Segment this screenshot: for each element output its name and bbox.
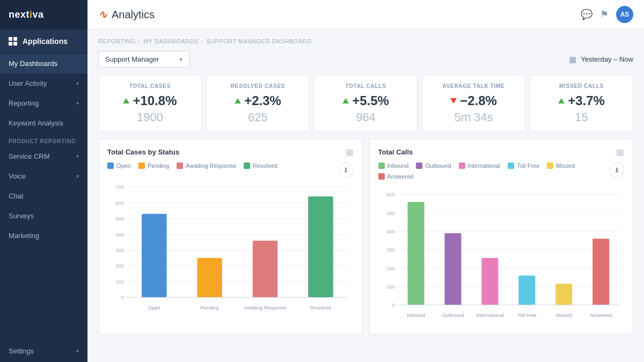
arrow-up-icon bbox=[558, 98, 565, 104]
kpi-change-row: +2.3% bbox=[235, 93, 281, 108]
product-reporting-header: PRODUCT REPORTING bbox=[0, 133, 87, 146]
legend-dot bbox=[244, 162, 250, 169]
sidebar-item-user-activity[interactable]: User Activity ▾ bbox=[0, 73, 87, 93]
kpi-change-row: +3.7% bbox=[558, 93, 605, 108]
kpi-change-row: +10.8% bbox=[123, 93, 177, 108]
arrow-up-icon bbox=[342, 98, 349, 104]
dashboard-dropdown[interactable]: Support Manager ▾ bbox=[98, 51, 189, 68]
svg-text:0: 0 bbox=[392, 302, 394, 308]
svg-text:300: 300 bbox=[386, 247, 395, 253]
grid-icon bbox=[9, 37, 17, 46]
settings-label: Settings bbox=[9, 347, 34, 355]
sidebar-item-surveys[interactable]: Surveys bbox=[0, 206, 87, 226]
svg-text:Toll Free: Toll Free bbox=[517, 313, 536, 318]
sidebar-item-voice[interactable]: Voice ▾ bbox=[0, 166, 87, 186]
avatar[interactable]: AS bbox=[616, 6, 633, 23]
svg-text:Resolved: Resolved bbox=[310, 305, 331, 311]
topbar-right: 💬 ⚑ AS bbox=[581, 6, 633, 23]
svg-text:200: 200 bbox=[115, 263, 124, 269]
calendar-icon: ▦ bbox=[569, 55, 576, 64]
chart-total-cases: Total Cases by Status ▦ OpenPendingAwait… bbox=[98, 139, 363, 335]
legend-dot bbox=[177, 162, 183, 169]
breadcrumb-item-reporting: REPORTING bbox=[98, 38, 136, 45]
settings-button[interactable]: Settings ▾ bbox=[0, 339, 87, 362]
sidebar-item-chat[interactable]: Chat bbox=[0, 186, 87, 206]
kpi-value: 1900 bbox=[137, 110, 163, 124]
download-button-left[interactable]: ⬇ bbox=[339, 162, 354, 178]
topbar: ∿ Analytics 💬 ⚑ AS bbox=[87, 0, 644, 29]
chat-icon[interactable]: 💬 bbox=[581, 9, 592, 20]
chart-title-right: Total Calls bbox=[378, 148, 413, 156]
kpi-title: TOTAL CASES bbox=[129, 83, 171, 89]
svg-text:400: 400 bbox=[115, 232, 124, 238]
svg-rect-18 bbox=[197, 258, 222, 298]
legend-item: Missed bbox=[547, 162, 575, 169]
page-title: Analytics bbox=[112, 9, 155, 21]
toolbar-row: Support Manager ▾ ▦ Yesterday – Now bbox=[98, 51, 633, 68]
applications-button[interactable]: Applications bbox=[0, 29, 87, 54]
svg-text:International: International bbox=[476, 313, 503, 318]
legend-item: Resolved bbox=[244, 162, 277, 169]
kpi-row: TOTAL CASES +10.8% 1900 RESOLVED CASES +… bbox=[98, 75, 633, 131]
chart-legend-right: InboundOutboundInternationalToll FreeMis… bbox=[378, 162, 610, 180]
sidebar: nextiva Applications My Dashboards User … bbox=[0, 0, 87, 362]
kpi-value: 15 bbox=[575, 110, 588, 124]
svg-rect-39 bbox=[407, 202, 424, 305]
chart-title-left: Total Cases by Status bbox=[107, 148, 179, 156]
svg-text:Pending: Pending bbox=[201, 305, 219, 311]
sidebar-item-marketing[interactable]: Marketing bbox=[0, 226, 87, 246]
date-range-selector[interactable]: ▦ Yesterday – Now bbox=[569, 55, 633, 64]
svg-text:Open: Open bbox=[148, 305, 160, 311]
dropdown-label: Support Manager bbox=[105, 55, 159, 63]
legend-dot bbox=[107, 162, 114, 169]
svg-text:600: 600 bbox=[386, 192, 395, 197]
breadcrumb-item-my-dashboards: MY DASHBOARDS bbox=[143, 38, 199, 45]
legend-item: International bbox=[459, 162, 501, 169]
chart-legend-left: OpenPendingAwaiting ResponseResolved bbox=[107, 162, 277, 169]
svg-text:200: 200 bbox=[386, 266, 395, 271]
svg-text:Inbound: Inbound bbox=[407, 313, 425, 318]
svg-text:300: 300 bbox=[115, 248, 124, 253]
chevron-down-icon: ▾ bbox=[76, 153, 79, 159]
kpi-card-3: AVERAGE TALK TIME −2.8% 5m 34s bbox=[422, 75, 525, 131]
kpi-change-value: +3.7% bbox=[568, 93, 605, 108]
chevron-down-icon: ▾ bbox=[76, 173, 79, 179]
sidebar-item-reporting[interactable]: Reporting ▾ bbox=[0, 93, 87, 113]
svg-text:500: 500 bbox=[386, 211, 395, 216]
sidebar-item-my-dashboards[interactable]: My Dashboards bbox=[0, 54, 87, 73]
kpi-change-value: +5.5% bbox=[352, 93, 389, 108]
flag-icon[interactable]: ⚑ bbox=[600, 9, 609, 20]
legend-dot bbox=[459, 162, 465, 169]
kpi-title: MISSED CALLS bbox=[559, 83, 604, 89]
download-button-right[interactable]: ⬇ bbox=[610, 162, 624, 178]
svg-rect-47 bbox=[555, 284, 572, 305]
kpi-title: AVERAGE TALK TIME bbox=[443, 83, 505, 89]
analytics-icon: ∿ bbox=[98, 8, 107, 21]
chart-total-calls: Total Calls ▦ InboundOutboundInternation… bbox=[369, 139, 634, 335]
svg-rect-49 bbox=[592, 239, 609, 305]
arrow-up-icon bbox=[123, 98, 129, 104]
sidebar-item-service-crm[interactable]: Service CRM ▾ bbox=[0, 146, 87, 166]
legend-dot bbox=[378, 173, 385, 180]
svg-text:Answered: Answered bbox=[589, 313, 612, 318]
kpi-value: 964 bbox=[356, 110, 376, 124]
svg-rect-41 bbox=[444, 233, 461, 305]
kpi-card-1: RESOLVED CASES +2.3% 625 bbox=[206, 75, 310, 131]
sidebar-item-keyword-analysis[interactable]: Keyword Analysis bbox=[0, 113, 87, 133]
bar-chart-icon[interactable]: ▦ bbox=[346, 147, 354, 157]
chart-header-left: Total Cases by Status ▦ bbox=[107, 147, 354, 157]
chevron-down-icon: ▾ bbox=[179, 56, 182, 63]
kpi-title: RESOLVED CASES bbox=[231, 83, 285, 89]
arrow-up-icon bbox=[235, 98, 241, 104]
legend-item: Open bbox=[107, 162, 131, 169]
content-area: REPORTING › MY DASHBOARDS › SUPPORT MANA… bbox=[87, 29, 644, 362]
svg-text:700: 700 bbox=[115, 184, 124, 190]
svg-text:Missed: Missed bbox=[555, 313, 572, 318]
date-range-label: Yesterday – Now bbox=[581, 55, 633, 63]
chart-header-right: Total Calls ▦ bbox=[378, 147, 625, 157]
legend-item: Inbound bbox=[378, 162, 409, 169]
bar-chart-icon[interactable]: ▦ bbox=[616, 147, 624, 157]
legend-item: Answered bbox=[378, 173, 414, 180]
svg-text:0: 0 bbox=[121, 295, 124, 300]
sidebar-logo: nextiva bbox=[0, 0, 87, 29]
